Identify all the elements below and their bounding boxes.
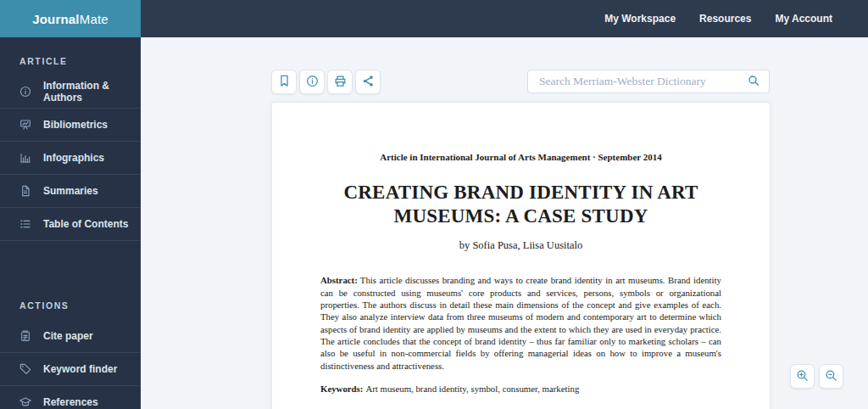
sidebar-item-label: Summaries — [43, 185, 98, 197]
zoom-in-button[interactable] — [790, 364, 815, 389]
search-input[interactable] — [528, 70, 743, 92]
sidebar-item-label: Cite paper — [43, 330, 93, 342]
sidebar-section-actions: ACTIONS — [0, 241, 141, 320]
sidebar-item-label: Information & Authors — [43, 80, 141, 104]
graduation-cap-icon — [19, 395, 32, 409]
brand-logo-bold: Journal — [32, 12, 80, 26]
tag-icon — [19, 362, 32, 376]
zoom-out-icon — [824, 368, 838, 385]
sidebar: ARTICLE Information & Authors Bibliometr… — [0, 37, 141, 409]
sidebar-item-label: Infographics — [43, 152, 104, 164]
bookmark-button[interactable] — [271, 70, 297, 94]
sidebar-item-label: Bibliometrics — [43, 119, 108, 131]
abstract-label: Abstract: — [320, 275, 360, 285]
nav-item-resources[interactable]: Resources — [699, 13, 751, 25]
zoom-in-icon — [795, 368, 810, 385]
document-page: Article in International Journal of Arts… — [271, 102, 771, 409]
abstract-paragraph: Abstract:This article discusses branding… — [320, 274, 721, 372]
sidebar-item-summaries[interactable]: Summaries — [0, 175, 141, 208]
share-icon — [361, 74, 376, 91]
zoom-out-button[interactable] — [819, 364, 843, 389]
list-icon — [19, 217, 32, 231]
keywords-label: Keywords: — [320, 384, 365, 394]
info-circle-icon — [19, 85, 32, 98]
keywords-text: Art museum, brand identity, symbol, cons… — [365, 384, 579, 394]
presentation-chart-icon — [19, 118, 32, 132]
info-button[interactable] — [299, 70, 325, 94]
sidebar-item-label: References — [43, 396, 98, 408]
info-icon — [305, 74, 320, 91]
keywords-line: Keywords:Art museum, brand identity, sym… — [320, 383, 721, 395]
sidebar-item-label: Table of Contents — [43, 218, 128, 230]
nav-item-my-account[interactable]: My Account — [775, 13, 832, 25]
bar-chart-icon — [19, 151, 32, 165]
abstract-text: This article discusses branding and ways… — [320, 275, 721, 371]
sidebar-section-article: ARTICLE — [0, 37, 141, 76]
article-title: CREATING BRAND IDENTITY IN ART MUSEUMS: … — [335, 181, 708, 227]
print-icon — [333, 74, 348, 91]
brand-logo[interactable]: JournalMate — [0, 0, 141, 37]
print-button[interactable] — [327, 70, 353, 94]
top-nav: My Workspace Resources My Account — [604, 13, 868, 25]
search-icon — [747, 74, 760, 90]
journal-line: Article in International Journal of Arts… — [320, 152, 721, 162]
sidebar-item-infographics[interactable]: Infographics — [0, 142, 141, 175]
sidebar-item-label: Keyword finder — [43, 363, 117, 375]
dictionary-search — [527, 70, 770, 93]
sidebar-item-keyword-finder[interactable]: Keyword finder — [0, 353, 141, 386]
bookmark-icon — [277, 74, 292, 91]
share-button[interactable] — [355, 70, 381, 94]
brand-logo-light: Mate — [80, 12, 108, 26]
sidebar-item-references[interactable]: References — [0, 386, 141, 409]
sidebar-item-information-authors[interactable]: Information & Authors — [0, 76, 141, 109]
article-byline: by Sofia Pusa, Liisa Uusitalo — [320, 239, 721, 252]
sidebar-item-bibliometrics[interactable]: Bibliometrics — [0, 109, 141, 142]
sidebar-item-table-of-contents[interactable]: Table of Contents — [0, 208, 141, 241]
top-header: JournalMate My Workspace Resources My Ac… — [0, 0, 868, 37]
document-icon — [19, 184, 32, 198]
sidebar-item-cite-paper[interactable]: Cite paper — [0, 320, 141, 353]
notepad-icon — [19, 329, 32, 343]
nav-item-my-workspace[interactable]: My Workspace — [604, 13, 676, 25]
search-submit-button[interactable] — [743, 74, 769, 90]
